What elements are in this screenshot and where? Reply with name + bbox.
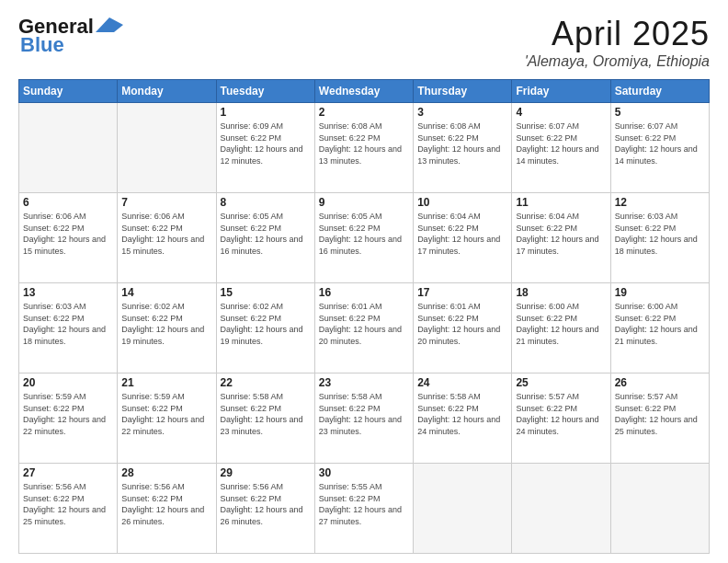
day-info: Sunrise: 6:08 AMSunset: 6:22 PMDaylight:… — [417, 121, 507, 167]
calendar-cell: 11Sunrise: 6:04 AMSunset: 6:22 PMDayligh… — [512, 193, 610, 283]
calendar-cell: 3Sunrise: 6:08 AMSunset: 6:22 PMDaylight… — [414, 103, 512, 193]
day-info: Sunrise: 6:02 AMSunset: 6:22 PMDaylight:… — [221, 301, 311, 347]
calendar-cell: 19Sunrise: 6:00 AMSunset: 6:22 PMDayligh… — [610, 283, 709, 373]
weekday-header-tuesday: Tuesday — [216, 80, 314, 103]
day-info: Sunrise: 5:57 AMSunset: 6:22 PMDaylight:… — [516, 391, 606, 437]
day-info: Sunrise: 6:04 AMSunset: 6:22 PMDaylight:… — [516, 211, 606, 257]
day-number: 1 — [221, 106, 311, 119]
day-info: Sunrise: 6:02 AMSunset: 6:22 PMDaylight:… — [121, 301, 211, 347]
day-info: Sunrise: 6:00 AMSunset: 6:22 PMDaylight:… — [516, 301, 606, 347]
week-row-2: 13Sunrise: 6:03 AMSunset: 6:22 PMDayligh… — [19, 283, 710, 373]
day-number: 17 — [417, 286, 507, 299]
header: General Blue April 2025 'Alemaya, Oromiy… — [18, 15, 710, 70]
day-number: 19 — [615, 286, 705, 299]
day-number: 28 — [121, 466, 211, 479]
day-number: 14 — [121, 286, 211, 299]
month-title: April 2025 — [525, 15, 710, 53]
calendar-table: SundayMondayTuesdayWednesdayThursdayFrid… — [18, 79, 710, 554]
day-number: 13 — [23, 286, 113, 299]
calendar-cell: 22Sunrise: 5:58 AMSunset: 6:22 PMDayligh… — [216, 373, 314, 464]
day-info: Sunrise: 6:03 AMSunset: 6:22 PMDaylight:… — [23, 301, 113, 347]
day-number: 12 — [615, 196, 705, 209]
day-info: Sunrise: 5:58 AMSunset: 6:22 PMDaylight:… — [417, 391, 507, 437]
day-info: Sunrise: 6:08 AMSunset: 6:22 PMDaylight:… — [319, 121, 409, 167]
calendar-cell: 24Sunrise: 5:58 AMSunset: 6:22 PMDayligh… — [414, 373, 512, 464]
day-info: Sunrise: 5:56 AMSunset: 6:22 PMDaylight:… — [23, 481, 113, 527]
calendar-cell: 1Sunrise: 6:09 AMSunset: 6:22 PMDaylight… — [216, 103, 314, 193]
day-number: 11 — [516, 196, 606, 209]
day-number: 6 — [23, 196, 113, 209]
calendar-cell: 20Sunrise: 5:59 AMSunset: 6:22 PMDayligh… — [19, 373, 118, 464]
calendar-cell: 16Sunrise: 6:01 AMSunset: 6:22 PMDayligh… — [314, 283, 413, 373]
calendar-cell: 28Sunrise: 5:56 AMSunset: 6:22 PMDayligh… — [118, 464, 216, 554]
calendar-cell: 30Sunrise: 5:55 AMSunset: 6:22 PMDayligh… — [314, 464, 413, 554]
day-number: 2 — [319, 106, 409, 119]
day-number: 3 — [417, 106, 507, 119]
calendar-cell: 18Sunrise: 6:00 AMSunset: 6:22 PMDayligh… — [512, 283, 610, 373]
day-info: Sunrise: 6:04 AMSunset: 6:22 PMDaylight:… — [417, 211, 507, 257]
week-row-4: 27Sunrise: 5:56 AMSunset: 6:22 PMDayligh… — [19, 464, 710, 554]
day-info: Sunrise: 6:05 AMSunset: 6:22 PMDaylight:… — [221, 211, 311, 257]
day-info: Sunrise: 6:05 AMSunset: 6:22 PMDaylight:… — [319, 211, 409, 257]
logo: General Blue — [18, 15, 123, 57]
day-info: Sunrise: 5:59 AMSunset: 6:22 PMDaylight:… — [23, 391, 113, 437]
day-number: 21 — [121, 376, 211, 389]
day-number: 18 — [516, 286, 606, 299]
day-info: Sunrise: 5:55 AMSunset: 6:22 PMDaylight:… — [319, 481, 409, 527]
calendar-cell: 25Sunrise: 5:57 AMSunset: 6:22 PMDayligh… — [512, 373, 610, 464]
day-number: 27 — [23, 466, 113, 479]
calendar-cell: 12Sunrise: 6:03 AMSunset: 6:22 PMDayligh… — [610, 193, 709, 283]
day-info: Sunrise: 6:06 AMSunset: 6:22 PMDaylight:… — [121, 211, 211, 257]
page: General Blue April 2025 'Alemaya, Oromiy… — [0, 0, 728, 563]
weekday-header-saturday: Saturday — [610, 80, 709, 103]
calendar-cell: 7Sunrise: 6:06 AMSunset: 6:22 PMDaylight… — [118, 193, 216, 283]
calendar-cell: 5Sunrise: 6:07 AMSunset: 6:22 PMDaylight… — [610, 103, 709, 193]
day-number: 25 — [516, 376, 606, 389]
day-number: 24 — [417, 376, 507, 389]
day-number: 15 — [221, 286, 311, 299]
calendar-cell: 4Sunrise: 6:07 AMSunset: 6:22 PMDaylight… — [512, 103, 610, 193]
day-info: Sunrise: 6:06 AMSunset: 6:22 PMDaylight:… — [23, 211, 113, 257]
logo-icon — [96, 16, 123, 34]
day-info: Sunrise: 5:57 AMSunset: 6:22 PMDaylight:… — [615, 391, 705, 437]
weekday-header-friday: Friday — [512, 80, 610, 103]
calendar-cell: 2Sunrise: 6:08 AMSunset: 6:22 PMDaylight… — [314, 103, 413, 193]
day-number: 20 — [23, 376, 113, 389]
day-info: Sunrise: 6:01 AMSunset: 6:22 PMDaylight:… — [319, 301, 409, 347]
calendar-cell: 14Sunrise: 6:02 AMSunset: 6:22 PMDayligh… — [118, 283, 216, 373]
title-block: April 2025 'Alemaya, Oromiya, Ethiopia — [525, 15, 710, 70]
calendar-cell: 13Sunrise: 6:03 AMSunset: 6:22 PMDayligh… — [19, 283, 118, 373]
day-info: Sunrise: 6:03 AMSunset: 6:22 PMDaylight:… — [615, 211, 705, 257]
weekday-header-sunday: Sunday — [19, 80, 118, 103]
day-number: 9 — [319, 196, 409, 209]
week-row-3: 20Sunrise: 5:59 AMSunset: 6:22 PMDayligh… — [19, 373, 710, 464]
day-info: Sunrise: 5:58 AMSunset: 6:22 PMDaylight:… — [221, 391, 311, 437]
calendar-cell — [414, 464, 512, 554]
day-number: 10 — [417, 196, 507, 209]
day-info: Sunrise: 6:07 AMSunset: 6:22 PMDaylight:… — [516, 121, 606, 167]
day-number: 26 — [615, 376, 705, 389]
week-row-1: 6Sunrise: 6:06 AMSunset: 6:22 PMDaylight… — [19, 193, 710, 283]
calendar-cell — [118, 103, 216, 193]
calendar-cell: 15Sunrise: 6:02 AMSunset: 6:22 PMDayligh… — [216, 283, 314, 373]
calendar-cell: 6Sunrise: 6:06 AMSunset: 6:22 PMDaylight… — [19, 193, 118, 283]
svg-marker-0 — [96, 17, 123, 32]
calendar-cell: 9Sunrise: 6:05 AMSunset: 6:22 PMDaylight… — [314, 193, 413, 283]
day-info: Sunrise: 6:00 AMSunset: 6:22 PMDaylight:… — [615, 301, 705, 347]
day-number: 16 — [319, 286, 409, 299]
logo-blue: Blue — [20, 33, 64, 57]
calendar-cell — [19, 103, 118, 193]
calendar-cell: 8Sunrise: 6:05 AMSunset: 6:22 PMDaylight… — [216, 193, 314, 283]
day-info: Sunrise: 5:59 AMSunset: 6:22 PMDaylight:… — [121, 391, 211, 437]
calendar-cell: 10Sunrise: 6:04 AMSunset: 6:22 PMDayligh… — [414, 193, 512, 283]
calendar-cell: 17Sunrise: 6:01 AMSunset: 6:22 PMDayligh… — [414, 283, 512, 373]
calendar-cell: 26Sunrise: 5:57 AMSunset: 6:22 PMDayligh… — [610, 373, 709, 464]
day-number: 29 — [221, 466, 311, 479]
day-number: 23 — [319, 376, 409, 389]
location: 'Alemaya, Oromiya, Ethiopia — [525, 53, 710, 70]
day-number: 7 — [121, 196, 211, 209]
day-info: Sunrise: 6:07 AMSunset: 6:22 PMDaylight:… — [615, 121, 705, 167]
day-number: 5 — [615, 106, 705, 119]
weekday-header-thursday: Thursday — [414, 80, 512, 103]
weekday-header-monday: Monday — [118, 80, 216, 103]
